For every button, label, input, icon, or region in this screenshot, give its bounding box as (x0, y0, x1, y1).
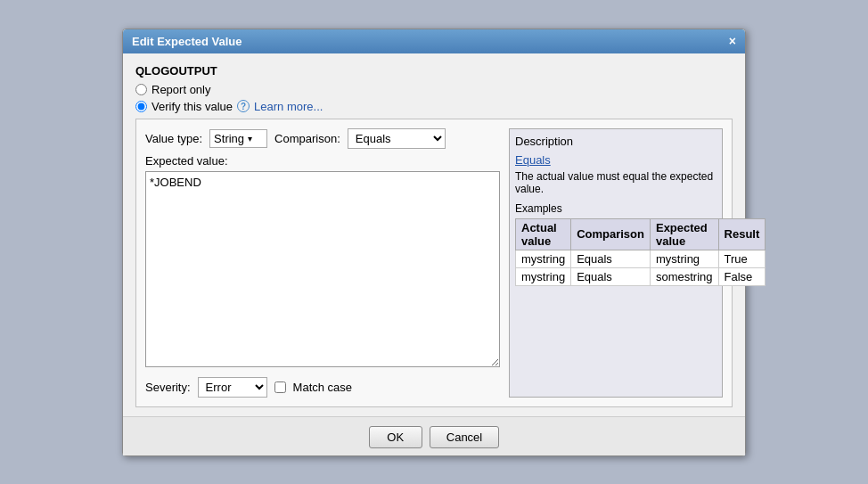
match-case-checkbox[interactable] (274, 381, 286, 393)
type-row: Value type: String ▾ Comparison: Equals … (145, 128, 500, 149)
left-panel: Value type: String ▾ Comparison: Equals … (145, 128, 500, 398)
close-button[interactable]: × (729, 35, 736, 47)
table-row: mystring Equals mystring True (516, 250, 766, 267)
cell: somestring (650, 267, 718, 285)
col-comparison: Comparison (571, 218, 651, 250)
value-type-select[interactable]: String ▾ (209, 129, 267, 148)
severity-select[interactable]: Error Warning Info (198, 377, 267, 398)
examples-table: Actual value Comparison Expected value R… (515, 218, 766, 286)
description-panel: Description Equals The actual value must… (509, 128, 723, 398)
button-row: OK Cancel (123, 416, 745, 455)
comparison-select[interactable]: Equals Contains StartsWith EndsWith RegE… (348, 128, 446, 149)
equals-link[interactable]: Equals (515, 153, 717, 167)
cell: False (718, 267, 766, 285)
verify-label: Verify this value (151, 100, 233, 113)
cell: mystring (516, 250, 571, 267)
dialog-titlebar: Edit Expected Value × (123, 29, 745, 53)
dialog-body: QLOGOUTPUT Report only Verify this value… (123, 53, 745, 416)
learn-more-link[interactable]: Learn more... (254, 100, 323, 113)
cell: mystring (650, 250, 718, 267)
col-actual: Actual value (516, 218, 571, 250)
edit-expected-value-dialog: Edit Expected Value × QLOGOUTPUT Report … (122, 29, 746, 456)
comparison-label: Comparison: (274, 132, 340, 145)
section-name: QLOGOUTPUT (135, 64, 733, 78)
description-text: The actual value must equal the expected… (515, 170, 717, 195)
main-area: Value type: String ▾ Comparison: Equals … (135, 119, 733, 407)
help-icon[interactable]: ? (237, 100, 250, 112)
match-case-label: Match case (293, 381, 352, 394)
radio-group: Report only Verify this value ? Learn mo… (135, 83, 733, 113)
severity-label: Severity: (145, 381, 191, 394)
cell: True (718, 250, 766, 267)
radio-report-row: Report only (135, 83, 733, 96)
verify-radio[interactable] (135, 101, 147, 112)
radio-verify-row: Verify this value ? Learn more... (135, 100, 733, 113)
col-expected: Expected value (650, 218, 718, 250)
cell: Equals (571, 267, 651, 285)
cell: Equals (571, 250, 651, 267)
cell: mystring (516, 267, 571, 285)
description-title: Description (515, 135, 717, 148)
report-only-radio[interactable] (135, 84, 147, 95)
report-only-label: Report only (151, 83, 210, 96)
expected-value-textarea[interactable]: *JOBEND (145, 171, 500, 367)
chevron-down-icon: ▾ (248, 134, 252, 144)
col-result: Result (718, 218, 766, 250)
ok-button[interactable]: OK (369, 426, 422, 448)
value-type-label: Value type: (145, 132, 202, 145)
examples-title: Examples (515, 202, 717, 215)
cancel-button[interactable]: Cancel (430, 426, 499, 448)
table-row: mystring Equals somestring False (516, 267, 766, 285)
expected-label: Expected value: (145, 154, 500, 168)
bottom-row: Severity: Error Warning Info Match case (145, 377, 500, 398)
dialog-title: Edit Expected Value (132, 35, 242, 48)
